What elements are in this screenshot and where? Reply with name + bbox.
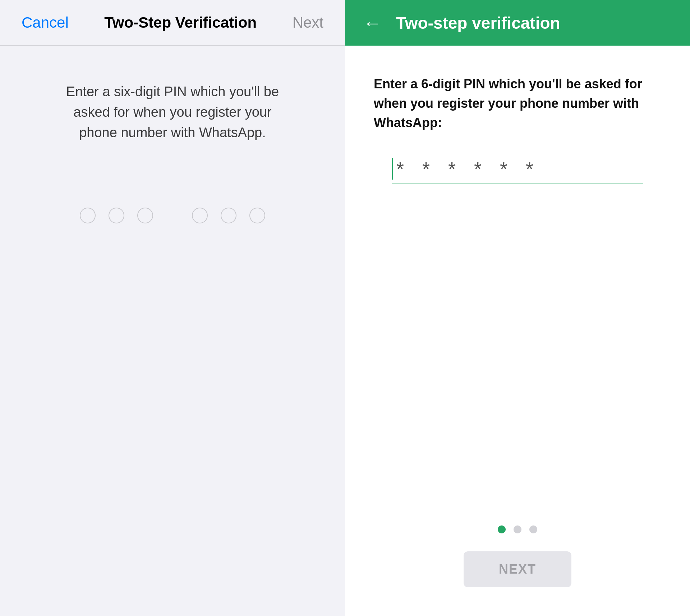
progress-dot-2 xyxy=(514,525,521,533)
ios-nav-title: Two-Step Verification xyxy=(104,14,257,31)
next-button-ios[interactable]: Next xyxy=(293,14,323,31)
android-bottom: NEXT xyxy=(464,525,571,616)
pin-dot-6 xyxy=(249,208,265,223)
pin-dot-3 xyxy=(137,208,153,223)
ios-description: Enter a six-digit PIN which you'll be as… xyxy=(47,82,298,143)
pin-cursor xyxy=(392,158,393,180)
ios-nav-bar: Cancel Two-Step Verification Next xyxy=(0,0,345,46)
back-arrow-icon[interactable]: ← xyxy=(363,14,382,32)
pin-input-area[interactable]: * * * * * * xyxy=(392,154,643,184)
pin-dots xyxy=(80,208,265,223)
android-header: ← Two-step verification xyxy=(345,0,690,46)
cancel-button[interactable]: Cancel xyxy=(22,14,69,31)
android-panel: ← Two-step verification Enter a 6-digit … xyxy=(345,0,690,616)
ios-content: Enter a six-digit PIN which you'll be as… xyxy=(0,46,345,616)
pin-dot-1 xyxy=(80,208,96,223)
pin-dot-4 xyxy=(192,208,208,223)
progress-dots xyxy=(498,525,537,533)
android-description: Enter a 6-digit PIN which you'll be aske… xyxy=(374,74,661,133)
android-content: Enter a 6-digit PIN which you'll be aske… xyxy=(345,46,690,616)
ios-panel: Cancel Two-Step Verification Next Enter … xyxy=(0,0,345,616)
progress-dot-3 xyxy=(529,525,537,533)
pin-dot-5 xyxy=(221,208,236,223)
android-header-title: Two-step verification xyxy=(396,13,560,33)
pin-input-display: * * * * * * xyxy=(392,154,643,184)
progress-dot-1 xyxy=(498,525,506,533)
next-button-android[interactable]: NEXT xyxy=(464,551,571,587)
pin-dot-2 xyxy=(109,208,124,223)
pin-asterisks: * * * * * * xyxy=(396,158,540,180)
